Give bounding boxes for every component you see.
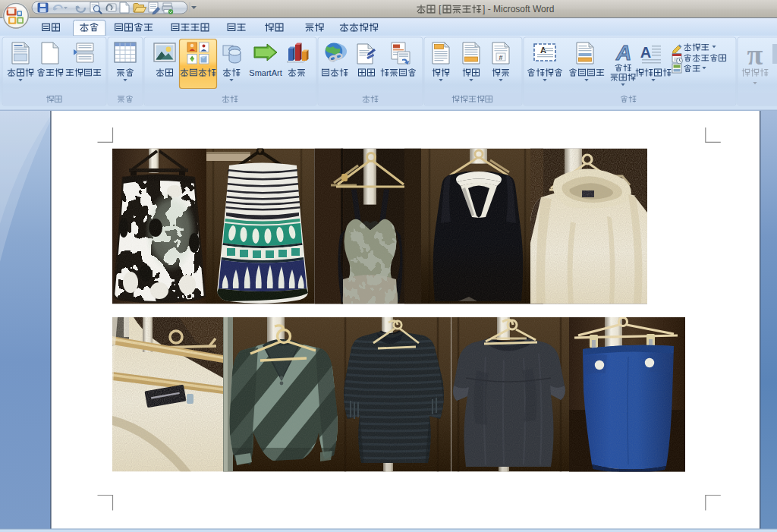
svg-text:A: A xyxy=(640,44,651,61)
svg-text:] - Microsoft Word: ] - Microsoft Word xyxy=(483,4,554,14)
svg-text:#: # xyxy=(499,54,502,61)
svg-text:π: π xyxy=(747,39,763,71)
svg-text:SmartArt: SmartArt xyxy=(249,68,282,77)
svg-text:A: A xyxy=(615,41,631,65)
